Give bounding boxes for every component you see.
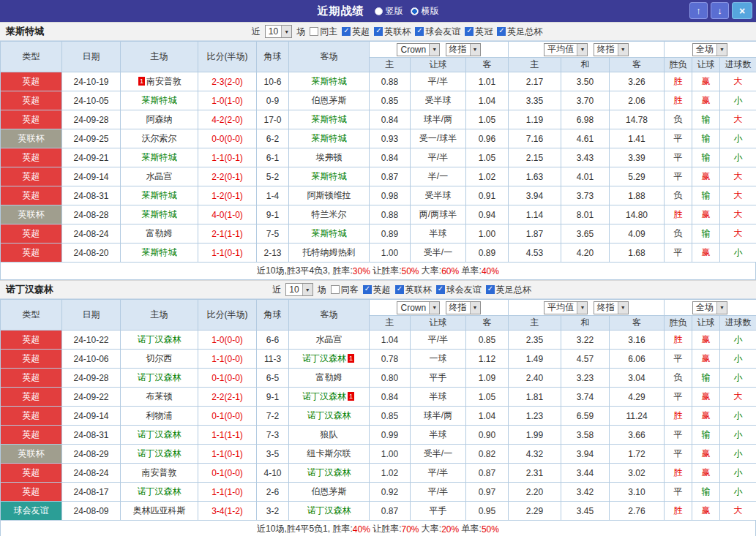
league-checkbox-英超[interactable]: 英超	[363, 284, 391, 296]
close-button[interactable]: ×	[732, 2, 752, 19]
league-badge: 英超	[1, 244, 62, 263]
average-select[interactable]: 平均值▼	[544, 43, 588, 56]
bookmaker-select-value: Crown	[397, 44, 429, 56]
team-name-text: 诺丁汉森林	[302, 391, 346, 401]
goals-result-cell: 小	[720, 464, 756, 483]
layout-radio-vertical[interactable]: 竖版	[375, 5, 403, 18]
same-venue-label: 同主	[320, 26, 337, 38]
home-team-cell: 莱斯特城	[121, 91, 198, 110]
team-name-text: 沃尔索尔	[142, 133, 177, 143]
ah-away-odds: 1.05	[466, 148, 509, 167]
ah-home-odds: 0.80	[370, 369, 411, 388]
scope-select[interactable]: 全场▼	[692, 301, 727, 314]
checkbox-icon	[395, 285, 404, 294]
league-checkbox-label: 球会友谊	[446, 284, 482, 296]
handicap-result-cell: 赢	[692, 72, 720, 91]
ah-away-odds: 0.89	[466, 244, 509, 263]
average-select[interactable]: 平均值▼	[544, 301, 588, 314]
match-score: 4-0(1-0)	[198, 205, 257, 224]
summary-segment: 70%	[401, 524, 419, 535]
league-checkbox-球会友谊[interactable]: 球会友谊	[415, 26, 460, 38]
checkbox-icon	[415, 27, 424, 36]
summary-segment: 40%	[482, 266, 499, 276]
team-name-text: 南安普敦	[146, 76, 181, 86]
match-row: 英超24-10-191南安普敦2-3(2-0)10-6莱斯特城0.88平/半1.…	[1, 72, 756, 91]
move-down-button[interactable]: ↓	[711, 2, 729, 19]
filter-bar: 近 10▼ 场 同主 英超英联杯球会友谊英冠英足总杯	[252, 25, 542, 38]
bookmaker-select[interactable]: Crown▼	[397, 43, 440, 56]
goals-result-cell: 小	[720, 91, 756, 110]
match-score: 1-1(0-1)	[198, 148, 257, 167]
final-odds-select-2[interactable]: 终指▼	[594, 301, 629, 314]
league-checkbox-英冠[interactable]: 英冠	[465, 26, 493, 38]
team-name-text: 莱斯特城	[312, 228, 347, 238]
league-badge: 英联杯	[1, 129, 62, 148]
league-badge: 英超	[1, 369, 62, 388]
home-team-cell: 莱斯特城	[121, 205, 198, 224]
ah-away-odds: 0.94	[466, 205, 509, 224]
ah-home-odds: 1.00	[370, 244, 411, 263]
eu-away-odds: 14.80	[610, 205, 665, 224]
league-checkbox-英足总杯[interactable]: 英足总杯	[486, 284, 531, 296]
home-team-cell: 诺丁汉森林	[121, 445, 198, 464]
team-name-text: 纽卡斯尔联	[307, 448, 351, 458]
corner-count: 5-2	[257, 167, 289, 186]
away-team-cell: 阿斯顿维拉	[289, 186, 370, 205]
match-row: 英超24-08-24富勒姆2-1(1-1)7-5莱斯特城0.89半球1.001.…	[1, 224, 756, 244]
match-date: 24-09-14	[62, 407, 121, 426]
league-checkbox-球会友谊[interactable]: 球会友谊	[436, 284, 482, 296]
league-checkbox-英超[interactable]: 英超	[342, 26, 370, 38]
scope-select[interactable]: 全场▼	[692, 43, 727, 56]
handicap-result-cell: 赢	[692, 91, 720, 110]
league-checkbox-英联杯[interactable]: 英联杯	[395, 284, 432, 296]
result-cell: 平	[665, 148, 692, 167]
same-venue-checkbox[interactable]: 同客	[331, 284, 359, 296]
league-checkbox-英联杯[interactable]: 英联杯	[374, 26, 411, 38]
same-venue-checkbox[interactable]: 同主	[310, 26, 337, 38]
eu-away-odds: 2.76	[610, 502, 665, 521]
away-team-cell: 诺丁汉森林	[289, 464, 370, 483]
handicap-result-cell: 输	[692, 110, 720, 129]
goals-result-cell: 小	[720, 350, 756, 369]
final-odds-select-2-value: 终指	[594, 302, 618, 314]
final-odds-select-2[interactable]: 终指▼	[594, 43, 629, 56]
final-odds-select[interactable]: 终指▼	[446, 43, 481, 56]
eu-home-odds: 1.63	[509, 167, 561, 186]
col-header-ah-away: 客	[466, 58, 509, 72]
team-name-text: 富勒姆	[316, 372, 343, 382]
ah-home-odds: 0.89	[370, 224, 411, 244]
eu-home-odds: 2.29	[509, 502, 561, 521]
handicap-result-cell: 输	[692, 369, 720, 388]
home-team-cell: 1南安普敦	[121, 72, 198, 91]
summary-segment: 大率:	[419, 265, 442, 277]
team-name-text: 阿斯顿维拉	[307, 190, 351, 200]
layout-radio-horizontal[interactable]: 横版	[411, 5, 439, 18]
summary-segment: 50%	[401, 266, 419, 276]
match-score: 1-0(0-0)	[198, 331, 257, 350]
eu-draw-odds: 3.74	[561, 388, 610, 407]
match-count-select[interactable]: 10▼	[285, 283, 312, 296]
checkbox-icon	[436, 285, 445, 294]
handicap-result-cell: 赢	[692, 445, 720, 464]
scope-select-value: 全场	[693, 302, 716, 314]
league-badge: 英超	[1, 331, 62, 350]
result-cell: 平	[665, 129, 692, 148]
league-checkbox-英足总杯[interactable]: 英足总杯	[497, 26, 542, 38]
ah-away-odds: 1.01	[466, 72, 509, 91]
eu-draw-odds: 3.65	[561, 224, 610, 244]
col-header-corner: 角球	[257, 42, 289, 72]
chevron-down-icon: ▼	[429, 44, 439, 56]
checkbox-icon	[342, 27, 351, 36]
eu-away-odds: 14.78	[610, 110, 665, 129]
match-score: 0-0(0-0)	[198, 129, 257, 148]
match-count-select[interactable]: 10▼	[265, 25, 292, 38]
match-row: 英超24-09-28诺丁汉森林0-1(0-0)6-5富勒姆0.80平手1.092…	[1, 369, 756, 388]
final-odds-select[interactable]: 终指▼	[446, 301, 481, 314]
col-header-away: 客场	[289, 42, 370, 72]
ah-away-odds: 1.05	[466, 388, 509, 407]
handicap-result-cell: 赢	[692, 331, 720, 350]
move-up-button[interactable]: ↑	[689, 2, 708, 19]
col-header-type: 类型	[1, 42, 62, 72]
team-name-text: 伯恩茅斯	[312, 95, 347, 105]
bookmaker-select[interactable]: Crown▼	[397, 301, 440, 314]
